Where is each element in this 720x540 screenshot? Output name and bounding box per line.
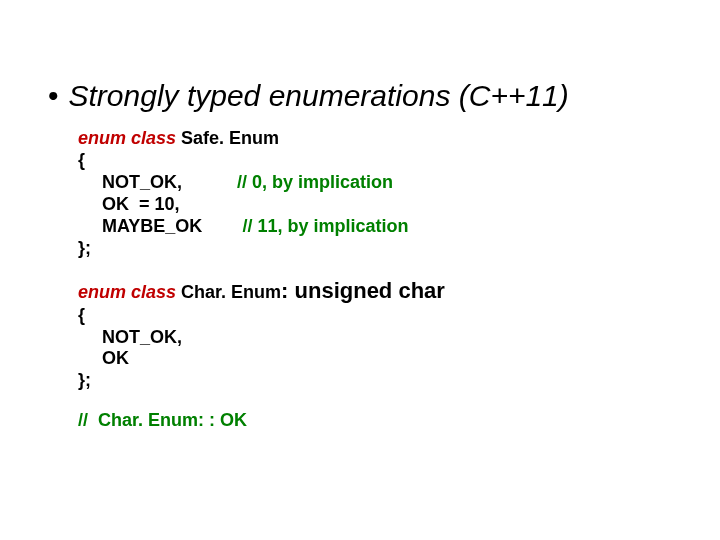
identifier: Char. Enum	[176, 282, 281, 302]
code-line: enum class Char. Enum: unsigned char	[78, 278, 720, 305]
code-line: };	[78, 370, 720, 392]
code-text: NOT_OK,	[102, 172, 237, 192]
slide-title: Strongly typed enumerations (C++11)	[69, 78, 569, 114]
title-row: • Strongly typed enumerations (C++11)	[0, 78, 720, 114]
code-comment: // 0, by implication	[237, 172, 393, 192]
keyword: enum class	[78, 282, 176, 302]
code-line: NOT_OK, // 0, by implication	[78, 172, 720, 194]
slide: • Strongly typed enumerations (C++11) en…	[0, 0, 720, 540]
bullet-icon: •	[48, 78, 59, 114]
code-line: {	[78, 305, 720, 327]
spacer	[78, 260, 720, 278]
spacer	[78, 392, 720, 410]
code-line: {	[78, 150, 720, 172]
type-suffix: : unsigned char	[281, 278, 445, 303]
code-text: MAYBE_OK	[102, 216, 242, 236]
code-line: OK	[78, 348, 720, 370]
code-line: MAYBE_OK // 11, by implication	[78, 216, 720, 238]
code-block: enum class Safe. Enum { NOT_OK, // 0, by…	[0, 114, 720, 432]
keyword: enum class	[78, 128, 176, 148]
code-line: enum class Safe. Enum	[78, 128, 720, 150]
code-comment: // 11, by implication	[242, 216, 408, 236]
code-line: NOT_OK,	[78, 327, 720, 349]
code-line: OK = 10,	[78, 194, 720, 216]
identifier: Safe. Enum	[176, 128, 279, 148]
code-comment: // Char. Enum: : OK	[78, 410, 720, 432]
code-line: };	[78, 238, 720, 260]
